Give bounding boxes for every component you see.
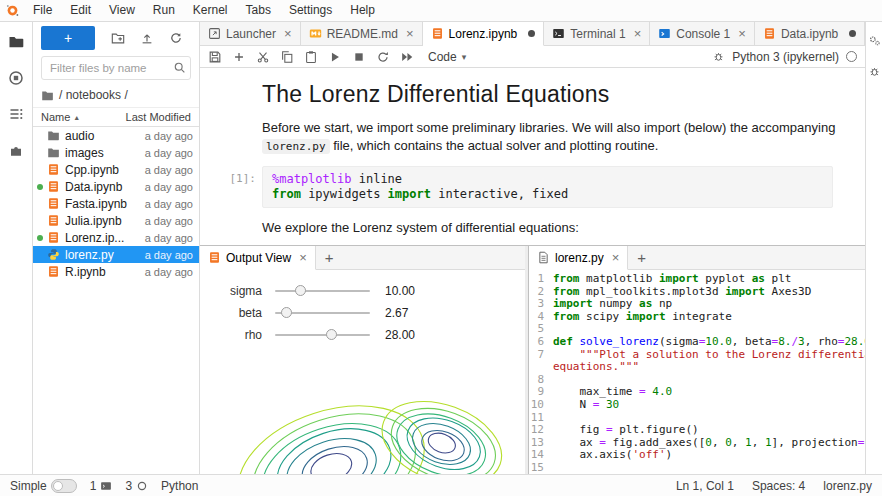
file-name: lorenz.py: [65, 248, 140, 262]
code-token: import: [388, 187, 431, 201]
property-inspector-icon[interactable]: [868, 34, 881, 47]
new-folder-icon[interactable]: [111, 31, 125, 45]
copy-icon[interactable]: [280, 50, 294, 64]
file-row-lorenz-ip[interactable]: Lorenz.ip...a day ago: [33, 229, 199, 246]
kernel-count[interactable]: 3: [125, 479, 148, 493]
file-row-images[interactable]: imagesa day ago: [33, 144, 199, 161]
upload-icon[interactable]: [140, 31, 154, 45]
debugger-icon[interactable]: [712, 50, 725, 63]
close-icon[interactable]: ×: [406, 26, 414, 41]
filter-files-input[interactable]: [41, 56, 191, 80]
code-editor[interactable]: 1from matplotlib import pyplot as plt2fr…: [529, 270, 865, 474]
file-row-r-ipynb[interactable]: R.ipynba day ago: [33, 263, 199, 280]
new-view-button[interactable]: +: [628, 246, 655, 269]
table-of-contents-icon[interactable]: [8, 106, 24, 122]
language-indicator[interactable]: Python: [161, 479, 198, 493]
cell-type-dropdown[interactable]: Code ▾: [428, 50, 466, 64]
menu-tabs[interactable]: Tabs: [237, 0, 280, 21]
tab-lorenz-ipynb[interactable]: Lorenz.ipynb: [423, 22, 545, 46]
debugger-sidebar-icon[interactable]: [868, 65, 881, 78]
stop-icon[interactable]: [352, 50, 366, 64]
refresh-icon[interactable]: [169, 31, 183, 45]
restart-icon[interactable]: [376, 50, 390, 64]
slider-value: 10.00: [385, 284, 415, 298]
editor-line[interactable]: 4from scipy import integrate: [529, 311, 865, 324]
dirty-indicator: [849, 30, 856, 37]
cursor-position[interactable]: Ln 1, Col 1: [676, 479, 734, 493]
save-icon[interactable]: [208, 50, 222, 64]
notebook-icon: [47, 180, 60, 193]
tab-lorenz-py[interactable]: lorenz.py ×: [529, 246, 628, 270]
menubar: FileEditViewRunKernelTabsSettingsHelp: [0, 0, 882, 22]
run-all-icon[interactable]: [400, 50, 414, 64]
new-view-button[interactable]: +: [316, 246, 343, 269]
simple-mode-toggle[interactable]: [51, 479, 77, 493]
menu-run[interactable]: Run: [144, 0, 184, 21]
paste-icon[interactable]: [304, 50, 318, 64]
tab-output-view[interactable]: Output View ×: [200, 246, 316, 270]
code-token: import: [626, 310, 666, 323]
notebook-document[interactable]: The Lorenz Differential Equations Before…: [200, 68, 865, 245]
menu-view[interactable]: View: [100, 0, 144, 21]
menu-edit[interactable]: Edit: [61, 0, 100, 21]
notebook-icon: [47, 265, 60, 278]
tab-readme-md[interactable]: README.md×: [301, 22, 423, 45]
line-number: [529, 361, 553, 374]
file-row-lorenz-py[interactable]: lorenz.pya day ago: [33, 246, 199, 263]
menu-kernel[interactable]: Kernel: [184, 0, 237, 21]
running-sessions-icon[interactable]: [8, 70, 24, 86]
editor-line[interactable]: 15: [529, 462, 865, 474]
tab-data-ipynb[interactable]: Data.ipynb: [755, 22, 865, 45]
tab-launcher[interactable]: Launcher×: [200, 22, 301, 45]
code-token: 10.0: [705, 335, 732, 348]
slider-track[interactable]: [275, 334, 370, 336]
file-row-julia-ipynb[interactable]: Julia.ipynba day ago: [33, 212, 199, 229]
sort-ascending-icon: ▲: [73, 114, 80, 121]
code-cell-input[interactable]: %matplotlib inlinefrom ipywidgets import…: [262, 166, 833, 208]
slider-rho: rho28.00: [212, 324, 525, 346]
slider-track[interactable]: [275, 312, 370, 314]
menu-settings[interactable]: Settings: [280, 0, 341, 21]
code-token: """Plot a solution to the Lorenz differe…: [553, 348, 865, 361]
file-row-cpp-ipynb[interactable]: Cpp.ipynba day ago: [33, 161, 199, 178]
slider-track[interactable]: [275, 290, 370, 292]
close-icon[interactable]: ×: [284, 26, 292, 41]
slider-handle[interactable]: [326, 329, 337, 340]
code-text: from scipy import integrate: [553, 311, 732, 324]
close-icon[interactable]: ×: [612, 250, 620, 265]
code-token: 8.: [778, 335, 791, 348]
close-icon[interactable]: ×: [738, 26, 746, 41]
breadcrumb[interactable]: / notebooks /: [33, 86, 199, 107]
cut-icon[interactable]: [256, 50, 270, 64]
slider-handle[interactable]: [281, 307, 292, 318]
close-icon[interactable]: ×: [299, 250, 307, 265]
file-row-fasta-ipynb[interactable]: Fasta.ipynba day ago: [33, 195, 199, 212]
menu-help[interactable]: Help: [341, 0, 384, 21]
tab-console-1[interactable]: Console 1×: [650, 22, 755, 45]
tab-terminal-1[interactable]: Terminal 1×: [544, 22, 650, 45]
extension-manager-icon[interactable]: [8, 142, 24, 158]
tab-label: Launcher: [226, 27, 276, 41]
menu-file[interactable]: File: [24, 0, 61, 21]
file-browser-icon[interactable]: [8, 34, 24, 50]
file-row-data-ipynb[interactable]: Data.ipynba day ago: [33, 178, 199, 195]
run-icon[interactable]: [328, 50, 342, 64]
close-icon[interactable]: ×: [634, 26, 642, 41]
tab-label: lorenz.py: [555, 251, 604, 265]
kernel-status-idle-icon[interactable]: [846, 51, 857, 62]
code-token: np: [652, 297, 672, 310]
column-name[interactable]: Name ▲: [41, 111, 126, 123]
editor-line[interactable]: equations.""": [529, 361, 865, 374]
column-modified[interactable]: Last Modified: [126, 111, 191, 123]
file-row-audio[interactable]: audioa day ago: [33, 127, 199, 144]
breadcrumb-path[interactable]: / notebooks /: [59, 88, 128, 102]
add-cell-icon[interactable]: [232, 50, 246, 64]
file-modified: a day ago: [145, 130, 193, 142]
editor-line[interactable]: 14 ax.axis('off'): [529, 449, 865, 462]
kernel-name[interactable]: Python 3 (ipykernel): [732, 50, 839, 64]
editor-line[interactable]: 10 N = 30: [529, 399, 865, 412]
slider-handle[interactable]: [295, 285, 306, 296]
indent-setting[interactable]: Spaces: 4: [752, 479, 805, 493]
terminal-count[interactable]: 1: [90, 479, 113, 493]
new-launcher-button[interactable]: +: [41, 26, 95, 50]
